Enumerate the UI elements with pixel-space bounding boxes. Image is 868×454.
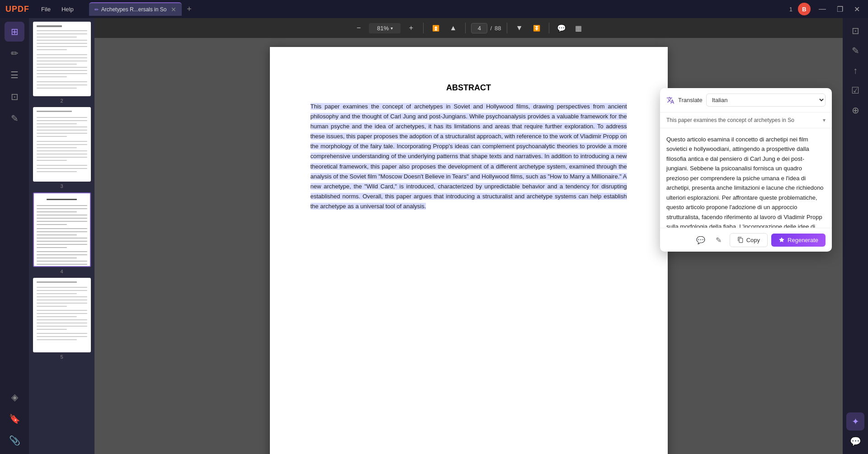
titlebar-right: 1 B — ❐ ✕ [789,3,863,15]
sidebar-tool-attach[interactable]: 📎 [5,431,24,450]
sidebar-tool-table[interactable]: ⊡ [5,87,24,107]
sidebar-tool-edit[interactable]: ✏ [5,43,24,63]
translation-popup: Translate Italian Spanish French German … [660,88,832,252]
sidebar-tool-bookmark[interactable]: 🔖 [5,409,24,429]
titlebar: UPDF File Help ✏ Archetypes R...ersals i… [0,0,868,18]
popup-translation: Questo articolo esamina il concetto di a… [660,128,832,228]
copy-icon [737,237,744,243]
feedback-icon-button[interactable]: 💬 [693,233,708,247]
regenerate-label: Regenerate [788,237,818,243]
source-preview: This paper examines the concept of arche… [666,117,820,123]
thumbnail-panel: 2 [29,18,94,454]
right-tool-check[interactable]: ☑ [846,81,864,99]
sidebar-tool-annotate[interactable]: ✎ [5,108,24,128]
regenerate-icon [778,237,785,243]
toolbar-divider-4 [549,23,549,33]
thumbnail-img-3: · [33,107,91,182]
regenerate-button[interactable]: Regenerate [771,234,826,247]
right-tool-add[interactable]: ⊕ [846,101,864,119]
user-avatar[interactable]: B [798,3,811,15]
zoom-in-button[interactable]: + [404,21,418,35]
nav-prev-button[interactable]: ▲ [446,21,460,35]
menu-help[interactable]: Help [57,4,78,14]
maximize-button[interactable]: ❐ [834,4,846,14]
thumbnail-page-2[interactable]: 2 [33,22,91,103]
thumbnail-img-2 [33,22,91,96]
thumbnail-num-4: 4 [60,269,63,274]
comment-tool-button[interactable]: 💬 [555,21,568,35]
right-tool-crop[interactable]: ⊡ [846,22,864,40]
thumbnail-page-4[interactable]: 4 [33,192,91,274]
thumbnail-num-3: 3 [60,183,63,189]
main-layout: ⊞ ✏ ☰ ⊡ ✎ ◈ 🔖 📎 [0,18,868,454]
toolbar-divider-1 [423,23,424,33]
copy-button[interactable]: Copy [730,233,768,247]
pdf-page: ABSTRACT This paper examines the concept… [270,47,668,454]
tab-close-button[interactable]: ✕ [171,6,176,13]
page-input-area: / 88 [471,23,501,33]
zoom-display[interactable]: 81% ▾ [369,23,401,33]
thumbnail-img-4 [33,192,91,267]
minimize-button[interactable]: — [816,4,829,14]
popup-source-text: This paper examines the concept of arche… [660,112,832,128]
thumbnail-num-2: 2 [60,98,63,103]
right-tool-comment[interactable]: 💬 [846,432,864,450]
titlebar-menu: File Help [37,4,78,14]
zoom-dropdown-icon[interactable]: ▾ [391,26,393,31]
abstract-text: This paper examines the concept of arche… [311,102,627,211]
layout-tool-button[interactable]: ▦ [572,21,585,35]
toolbar-divider-2 [465,23,466,33]
tab-label: Archetypes R...ersals in So [101,6,167,13]
pdf-area: − 81% ▾ + ⏫ ▲ / 88 ▼ ⏬ 💬 ▦ AB [94,18,843,454]
source-expand-button[interactable]: ▾ [823,117,826,123]
thumbnail-page-5[interactable]: 5 [33,278,91,360]
right-tool-sign[interactable]: ✎ [846,42,864,60]
tab-edit-icon: ✏ [94,7,99,13]
thumbnail-img-5 [33,278,91,352]
tab-add-button[interactable]: + [184,4,194,14]
thumbnail-page-3[interactable]: · 3 [33,107,91,189]
menu-file[interactable]: File [37,4,55,14]
close-button[interactable]: ✕ [851,4,863,14]
abstract-title: ABSTRACT [311,83,627,93]
language-select[interactable]: Italian Spanish French German Chinese [706,94,826,107]
nav-last-button[interactable]: ⏬ [530,21,543,35]
left-sidebar: ⊞ ✏ ☰ ⊡ ✎ ◈ 🔖 📎 [0,18,29,454]
sidebar-tool-grid[interactable]: ⊞ [5,22,24,42]
sidebar-tool-layers[interactable]: ◈ [5,387,24,407]
copy-label: Copy [746,237,760,243]
tab-document[interactable]: ✏ Archetypes R...ersals in So ✕ [89,2,182,16]
page-selector[interactable]: 1 [789,6,793,13]
translate-label: Translate [678,97,703,103]
page-number-input[interactable] [471,23,487,33]
toolbar-divider-3 [507,23,507,33]
page-separator: / [490,25,492,32]
right-tool-ai[interactable]: ✦ [846,412,864,431]
right-sidebar: ⊡ ✎ ↑ ☑ ⊕ ✦ 💬 [843,18,868,454]
zoom-level: 81% [377,25,389,32]
nav-next-button[interactable]: ▼ [513,21,526,35]
updf-logo: UPDF [5,5,29,14]
popup-footer: 💬 ✎ Copy Regenerate [660,228,832,252]
toolbar: − 81% ▾ + ⏫ ▲ / 88 ▼ ⏬ 💬 ▦ [94,18,843,38]
translate-icon [666,96,675,104]
total-pages: 88 [495,25,501,32]
sidebar-tool-list[interactable]: ☰ [5,65,24,85]
popup-header: Translate Italian Spanish French German … [660,88,832,112]
nav-first-button[interactable]: ⏫ [429,21,443,35]
tab-area: ✏ Archetypes R...ersals in So ✕ + [89,2,782,16]
thumbnail-num-5: 5 [60,354,63,360]
abstract-text-highlighted: This paper examines the concept of arche… [311,103,627,210]
doc-content[interactable]: ABSTRACT This paper examines the concept… [94,38,843,454]
edit-icon-button[interactable]: ✎ [712,233,726,247]
right-tool-upload[interactable]: ↑ [846,61,864,80]
zoom-out-button[interactable]: − [352,21,365,35]
